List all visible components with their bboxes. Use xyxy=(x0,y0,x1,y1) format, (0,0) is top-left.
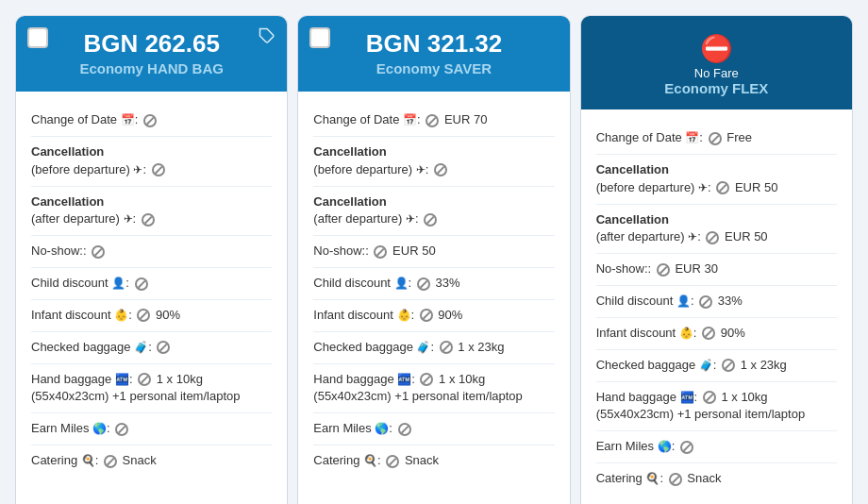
table-row: Infant discount 👶: 90% xyxy=(313,300,554,332)
tag-icon xyxy=(259,27,275,49)
table-row: Hand baggage 🏧: 1 x 10kg (55x40x23cm) +1… xyxy=(313,364,554,414)
row-label: Infant discount 👶: 90% xyxy=(31,308,180,322)
card-price: BGN 262.65 xyxy=(31,29,272,59)
card-header-hand-bag: BGN 262.65Economy HAND BAG xyxy=(16,16,287,92)
row-label: Checked baggage 🧳: 1 x 23kg xyxy=(596,358,787,372)
row-label: Child discount 👤: 33% xyxy=(313,276,459,290)
row-label: Catering 🍳: Snack xyxy=(31,453,157,467)
row-label: No-show:: xyxy=(31,244,107,258)
row-icon: 🏧 xyxy=(680,391,694,404)
row-label-line2: (after departure) xyxy=(313,211,402,226)
card-header-flex: ⛔No FareEconomy FLEX xyxy=(581,16,852,109)
row-label: No-show:: EUR 50 xyxy=(313,244,435,258)
plane-icon: ✈ xyxy=(698,181,708,194)
table-row: Hand baggage 🏧: 1 x 10kg (55x40x23cm) +1… xyxy=(31,364,272,414)
plane-icon: ✈ xyxy=(688,230,697,244)
row-icon: 🏧 xyxy=(115,373,129,386)
table-row: Earn Miles 🌎: xyxy=(31,413,272,445)
row-value: Snack xyxy=(405,453,439,467)
row-value: EUR 70 xyxy=(444,112,488,126)
row-value: 1 x 10kg (55x40x23cm) +1 personal item/l… xyxy=(313,372,522,404)
row-label: Hand baggage 🏧: 1 x 10kg (55x40x23cm) +1… xyxy=(313,372,522,404)
row-icon: 📅 xyxy=(121,113,135,126)
row-label-line1: Cancellation xyxy=(313,144,386,159)
row-label-line1: Cancellation xyxy=(596,212,669,227)
row-icon: 👤 xyxy=(394,277,409,290)
row-value: Snack xyxy=(123,453,157,467)
row-value: 1 x 23kg xyxy=(458,340,504,354)
table-row: Checked baggage 🧳: 1 x 23kg xyxy=(596,350,837,382)
row-label-line2: (after departure) xyxy=(31,211,120,226)
row-icon: 🍳 xyxy=(645,472,659,485)
card-checkbox[interactable] xyxy=(309,27,330,48)
row-label-line1: Cancellation xyxy=(31,194,104,209)
table-row: No-show:: EUR 30 xyxy=(596,254,837,286)
table-row: Checked baggage 🧳: 1 x 23kg xyxy=(313,332,554,364)
table-row: No-show:: xyxy=(31,236,272,268)
table-row: Earn Miles 🌎: xyxy=(596,431,837,463)
row-label: Change of Date 📅: xyxy=(31,112,159,126)
card-checkbox[interactable] xyxy=(27,27,48,48)
table-row: Cancellation(after departure) ✈: EUR 50 xyxy=(596,205,837,255)
no-fare-icon: ⛔ xyxy=(700,33,733,64)
row-icon: 📅 xyxy=(685,131,699,144)
card-hand-bag: BGN 262.65Economy HAND BAGChange of Date… xyxy=(15,15,288,504)
fare-type-label: Economy HAND BAG xyxy=(31,60,272,76)
row-label: Child discount 👤: 33% xyxy=(596,294,743,308)
table-row: Change of Date 📅: Free xyxy=(596,123,837,155)
plane-icon: ✈ xyxy=(406,212,415,226)
row-label-line2: (before departure) xyxy=(596,180,695,194)
row-icon: 👶 xyxy=(114,309,128,322)
row-label: Earn Miles 🌎: xyxy=(596,439,695,453)
no-fare-label: No Fare xyxy=(694,66,739,80)
row-value: 90% xyxy=(156,308,180,322)
table-row: Change of Date 📅: EUR 70 xyxy=(313,105,554,137)
row-label: Infant discount 👶: 90% xyxy=(596,326,745,340)
row-label: No-show:: EUR 30 xyxy=(596,261,718,276)
row-value: EUR 30 xyxy=(675,261,718,276)
row-value: Free xyxy=(726,130,752,144)
row-icon: 🧳 xyxy=(416,341,430,354)
table-row: Hand baggage 🏧: 1 x 10kg (55x40x23cm) +1… xyxy=(596,382,837,432)
row-icon: 👤 xyxy=(676,294,691,308)
table-row: Child discount 👤: xyxy=(31,268,272,300)
card-saver: BGN 321.32Economy SAVERChange of Date 📅:… xyxy=(297,15,570,504)
row-label: Earn Miles 🌎: xyxy=(31,421,130,435)
card-body-saver: Change of Date 📅: EUR 70Cancellation(bef… xyxy=(298,92,569,504)
table-row: Cancellation(before departure) ✈: xyxy=(313,137,554,187)
row-icon: 🍳 xyxy=(363,454,377,467)
card-price: BGN 321.32 xyxy=(313,29,554,59)
table-row: Cancellation(after departure) ✈: xyxy=(313,187,554,237)
table-row: Cancellation(before departure) ✈: EUR 50 xyxy=(596,155,837,205)
table-row: Child discount 👤: 33% xyxy=(313,268,554,300)
table-row: Catering 🍳: Snack xyxy=(313,445,554,477)
row-icon: 🏧 xyxy=(397,373,411,386)
row-label: Child discount 👤: xyxy=(31,276,150,290)
table-row: Cancellation(after departure) ✈: xyxy=(31,187,272,237)
row-icon: 🍳 xyxy=(81,454,95,467)
fare-type-label: Economy FLEX xyxy=(596,80,837,96)
row-icon: 👶 xyxy=(679,327,693,340)
fare-type-label: Economy SAVER xyxy=(313,60,554,76)
card-header-saver: BGN 321.32Economy SAVER xyxy=(298,16,569,92)
table-row: Child discount 👤: 33% xyxy=(596,286,837,318)
row-label: Checked baggage 🧳: xyxy=(31,340,172,354)
row-label-line1: Cancellation xyxy=(31,144,104,159)
row-value: 33% xyxy=(718,294,743,308)
row-label: Hand baggage 🏧: 1 x 10kg (55x40x23cm) +1… xyxy=(31,372,240,404)
no-fare-section: ⛔No Fare xyxy=(596,29,837,80)
row-value: 1 x 23kg xyxy=(741,358,787,372)
table-row: Infant discount 👶: 90% xyxy=(596,318,837,350)
table-row: Cancellation(before departure) ✈: xyxy=(31,137,272,187)
row-value: 1 x 10kg (55x40x23cm) +1 personal item/l… xyxy=(596,390,805,422)
row-label: Change of Date 📅: Free xyxy=(596,130,752,144)
row-value: 90% xyxy=(438,308,462,322)
table-row: Checked baggage 🧳: xyxy=(31,332,272,364)
row-label-line2: (after departure) xyxy=(596,229,685,244)
row-icon: 🌎 xyxy=(92,422,107,435)
cards-container: BGN 262.65Economy HAND BAGChange of Date… xyxy=(0,0,868,504)
row-label-line2: (before departure) xyxy=(313,162,412,176)
row-value: EUR 50 xyxy=(735,180,778,194)
plane-icon: ✈ xyxy=(416,163,426,176)
row-label: Earn Miles 🌎: xyxy=(313,421,412,435)
